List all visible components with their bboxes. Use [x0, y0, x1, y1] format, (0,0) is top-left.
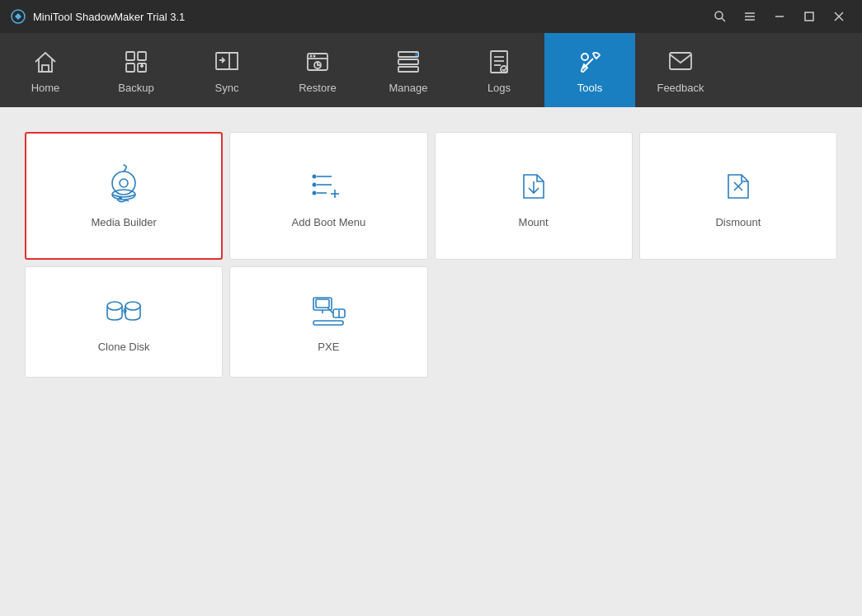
- tools-icon: [575, 47, 605, 77]
- app-title: MiniTool ShadowMaker Trial 3.1: [33, 11, 185, 23]
- home-icon: [31, 47, 60, 77]
- svg-rect-56: [313, 321, 343, 325]
- clone-disk-icon: [104, 291, 144, 331]
- dismount-icon: [717, 163, 760, 206]
- close-button[interactable]: [826, 5, 852, 28]
- svg-rect-11: [126, 52, 134, 60]
- nav-restore[interactable]: Restore: [272, 33, 363, 107]
- nav-home-label: Home: [31, 82, 60, 94]
- tools-grid-row2: Clone Disk PXE: [25, 266, 837, 378]
- feedback-icon: [666, 47, 695, 77]
- nav-feedback-label: Feedback: [657, 82, 704, 94]
- pxe-icon: [309, 291, 348, 331]
- svg-point-41: [313, 191, 317, 195]
- restore-icon: [303, 47, 332, 77]
- tool-dismount[interactable]: Dismount: [639, 132, 837, 260]
- nav-backup-label: Backup: [118, 82, 153, 94]
- nav-manage[interactable]: Manage: [363, 33, 454, 107]
- svg-point-33: [120, 179, 128, 187]
- svg-rect-22: [398, 67, 418, 72]
- search-button[interactable]: [707, 5, 733, 28]
- tool-clone-disk[interactable]: Clone Disk: [25, 266, 223, 378]
- nav-tools-label: Tools: [577, 82, 602, 94]
- app-logo-icon: [10, 8, 26, 25]
- logs-icon: [484, 47, 514, 77]
- svg-rect-13: [126, 63, 134, 72]
- svg-line-2: [722, 18, 725, 21]
- manage-icon: [393, 47, 423, 77]
- svg-rect-10: [42, 65, 49, 72]
- tool-media-builder-label: Media Builder: [91, 216, 157, 228]
- title-bar: MiniTool ShadowMaker Trial 3.1: [0, 0, 862, 33]
- nav-sync-label: Sync: [215, 82, 239, 94]
- title-bar-left: MiniTool ShadowMaker Trial 3.1: [10, 8, 185, 25]
- add-boot-menu-icon: [307, 163, 350, 206]
- nav-backup[interactable]: Backup: [91, 33, 181, 107]
- tools-grid-row1: Media Builder Add Boot Menu: [25, 132, 837, 260]
- nav-restore-label: Restore: [299, 82, 337, 94]
- svg-point-35: [119, 196, 122, 200]
- nav-logs-label: Logs: [488, 82, 511, 94]
- nav-logs[interactable]: Logs: [454, 33, 544, 107]
- svg-point-47: [107, 302, 122, 310]
- tool-add-boot-menu-label: Add Boot Menu: [292, 216, 366, 228]
- svg-rect-31: [670, 53, 691, 69]
- minimize-button[interactable]: [766, 5, 793, 28]
- svg-point-19: [313, 54, 316, 57]
- backup-icon: [121, 47, 151, 77]
- nav-sync[interactable]: Sync: [181, 33, 272, 107]
- title-bar-controls: [707, 5, 852, 28]
- tool-pxe-label: PXE: [318, 341, 339, 353]
- tool-clone-disk-label: Clone Disk: [98, 341, 150, 353]
- menu-button[interactable]: [737, 5, 763, 28]
- main-content: Media Builder Add Boot Menu: [0, 107, 862, 616]
- tool-dismount-label: Dismount: [715, 216, 761, 228]
- nav-tools[interactable]: Tools: [544, 33, 635, 107]
- svg-rect-51: [316, 299, 329, 308]
- media-builder-icon: [102, 163, 145, 206]
- mount-icon: [512, 163, 555, 206]
- svg-point-18: [310, 54, 313, 57]
- svg-rect-21: [398, 59, 418, 64]
- svg-point-48: [125, 302, 140, 310]
- sync-icon: [212, 47, 242, 77]
- tool-media-builder[interactable]: Media Builder: [25, 132, 223, 260]
- svg-point-30: [582, 54, 588, 60]
- svg-rect-12: [138, 52, 146, 60]
- nav-feedback[interactable]: Feedback: [635, 33, 726, 107]
- tool-add-boot-menu[interactable]: Add Boot Menu: [229, 132, 427, 260]
- tool-mount-label: Mount: [519, 216, 549, 228]
- tool-mount[interactable]: Mount: [435, 132, 633, 260]
- svg-point-37: [313, 175, 317, 179]
- svg-point-23: [415, 53, 418, 56]
- svg-rect-7: [805, 12, 813, 21]
- tool-pxe[interactable]: PXE: [229, 266, 427, 378]
- svg-point-1: [715, 12, 723, 19]
- nav-home[interactable]: Home: [0, 33, 91, 107]
- nav-manage-label: Manage: [389, 82, 428, 94]
- nav-bar: Home Backup Sync: [0, 33, 862, 107]
- maximize-button[interactable]: [796, 5, 822, 28]
- svg-point-39: [313, 183, 317, 187]
